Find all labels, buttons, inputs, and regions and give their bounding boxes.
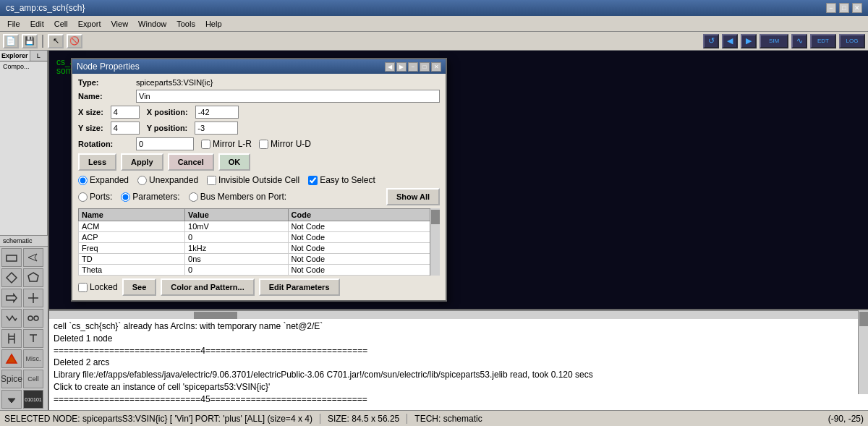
easy-select-checkbox[interactable] <box>308 176 318 185</box>
table-row[interactable]: ACP 0 Not Code <box>79 232 440 243</box>
name-input[interactable] <box>136 90 440 103</box>
dialog-next-btn[interactable]: ▶ <box>396 62 407 72</box>
status-bar: SELECTED NODE: spicepartsS3:VSIN{ic} [ '… <box>0 410 868 426</box>
table-row[interactable]: ACM 10mV Not Code <box>79 221 440 232</box>
menu-view[interactable]: View <box>106 18 132 30</box>
tool-spice[interactable]: Spice <box>1 370 22 388</box>
schematic-area[interactable]: cs_amp:cs_sch{sch} some electric text nm… <box>49 51 868 309</box>
color-pattern-button[interactable]: Color and Pattern... <box>161 278 254 296</box>
invisible-checkbox[interactable] <box>207 176 216 185</box>
menu-export[interactable]: Export <box>74 18 106 30</box>
table-scroll-thumb <box>431 210 440 224</box>
sim-osc-btn[interactable]: ∿ <box>791 34 807 48</box>
tool-cell[interactable]: Cell <box>23 370 43 388</box>
show-all-button[interactable]: Show All <box>386 188 440 205</box>
save-btn[interactable]: 💾 <box>22 34 38 48</box>
components-tab[interactable]: Compo... <box>0 61 48 236</box>
see-button[interactable]: See <box>122 278 157 296</box>
xsize-input[interactable] <box>111 106 140 119</box>
menu-window[interactable]: Window <box>134 18 171 30</box>
dialog-prev-btn[interactable]: ◀ <box>385 62 395 72</box>
tool-data[interactable]: 010101 <box>23 390 43 409</box>
content-area: Explorer L Compo... schematic <box>0 51 868 410</box>
console-line: Library file:/ef/apps/efabless/java/elec… <box>54 369 593 381</box>
tool-down-arrow[interactable] <box>1 390 22 409</box>
table-scrollbar[interactable] <box>430 208 440 276</box>
mirror-lr-group: Mirror L-R <box>201 139 252 149</box>
new-btn[interactable]: 📄 <box>3 34 19 48</box>
tool-diamond[interactable] <box>1 268 22 287</box>
menu-cell[interactable]: Cell <box>50 18 72 30</box>
rotation-input[interactable] <box>136 137 194 150</box>
sim-wave-btn[interactable]: SIM <box>760 34 788 48</box>
edit-parameters-button[interactable]: Edit Parameters <box>259 278 340 296</box>
tool-right-arrow[interactable] <box>1 289 22 307</box>
minimize-btn[interactable]: − <box>826 3 836 13</box>
inner-layout: 📄 💾 ↖ 🚫 ↺ ◀ ▶ SIM ∿ EDT LOG Explorer L C… <box>0 32 868 426</box>
console-hscrollbar[interactable] <box>49 310 868 319</box>
dialog-minimize-btn[interactable]: □ <box>420 62 430 72</box>
close-btn[interactable]: ✕ <box>852 3 862 13</box>
ok-button[interactable]: OK <box>218 153 251 171</box>
sim-refresh-btn[interactable]: ↺ <box>703 34 719 48</box>
maximize-btn[interactable]: □ <box>839 3 849 13</box>
row-code: Not Code <box>288 232 439 243</box>
tool-cross[interactable] <box>23 289 43 307</box>
rotation-label: Rotation: <box>78 140 136 148</box>
xpos-label: X position: <box>147 108 188 116</box>
mirror-lr-checkbox[interactable] <box>201 140 210 149</box>
mirror-ud-checkbox[interactable] <box>259 140 268 149</box>
less-button[interactable]: Less <box>78 153 116 171</box>
sim-edt-btn[interactable]: EDT <box>810 34 836 48</box>
tool-misc[interactable]: Misc. <box>23 349 43 368</box>
status-coords: (-90, -25) <box>828 414 864 424</box>
svg-marker-3 <box>28 273 38 281</box>
sim-play-btn[interactable]: ▶ <box>741 34 757 48</box>
layers-tab[interactable]: L <box>30 51 48 61</box>
xpos-input[interactable] <box>195 106 239 119</box>
locked-checkbox[interactable] <box>78 283 88 292</box>
parameters-radio[interactable] <box>121 192 130 202</box>
pointer-btn[interactable]: ↖ <box>48 34 64 48</box>
unexpanded-radio[interactable] <box>137 176 147 185</box>
ysize-input[interactable] <box>111 122 140 135</box>
console-line: Deleted 1 node <box>54 333 593 345</box>
tool-box[interactable] <box>1 248 22 267</box>
tool-ladder[interactable] <box>1 329 22 348</box>
tool-zigzag[interactable] <box>1 309 22 328</box>
stop-btn[interactable]: 🚫 <box>67 34 82 48</box>
expanded-radio[interactable] <box>78 176 88 185</box>
dialog-minus-btn[interactable]: − <box>408 62 418 72</box>
table-row[interactable]: Freq 1kHz Not Code <box>79 243 440 254</box>
tool-connect[interactable] <box>23 309 43 328</box>
menu-tools[interactable]: Tools <box>172 18 200 30</box>
apply-button[interactable]: Apply <box>121 153 163 171</box>
expanded-label: Expanded <box>90 175 129 185</box>
menu-help[interactable]: Help <box>201 18 226 30</box>
ports-radio[interactable] <box>78 192 88 202</box>
menu-edit[interactable]: Edit <box>26 18 48 30</box>
console-vscrollbar[interactable] <box>858 310 868 394</box>
dialog-close-btn[interactable]: ✕ <box>431 62 441 72</box>
bus-members-radio[interactable] <box>189 192 198 202</box>
tool-arrow[interactable] <box>23 248 43 267</box>
explorer-tab[interactable]: Explorer <box>0 51 30 61</box>
tool-pentagon[interactable] <box>23 268 43 287</box>
svg-marker-1 <box>28 254 37 261</box>
params-table: Name Value Code ACM 10mV Not <box>78 208 440 276</box>
sim-log-btn[interactable]: LOG <box>839 34 865 48</box>
menu-file[interactable]: File <box>3 18 25 30</box>
cancel-button[interactable]: Cancel <box>168 153 214 171</box>
table-row[interactable]: TD 0ns Not Code <box>79 254 440 265</box>
ypos-input[interactable] <box>195 122 238 135</box>
table-row[interactable]: Theta 0 Not Code <box>79 265 440 276</box>
dialog-title-bar: Node Properties ◀ ▶ − □ ✕ <box>72 59 446 74</box>
invisible-option: Invisible Outside Cell <box>207 175 299 185</box>
side-panel: Explorer L Compo... schematic <box>0 51 49 410</box>
row-value: 10mV <box>185 221 288 232</box>
params-table-container: Name Value Code ACM 10mV Not <box>78 208 440 276</box>
sim-back-btn[interactable]: ◀ <box>722 34 738 48</box>
schematic-console: cs_amp:cs_sch{sch} some electric text nm… <box>49 51 868 410</box>
tool-red-triangle[interactable] <box>1 349 22 368</box>
tool-t-shape[interactable] <box>23 329 43 348</box>
